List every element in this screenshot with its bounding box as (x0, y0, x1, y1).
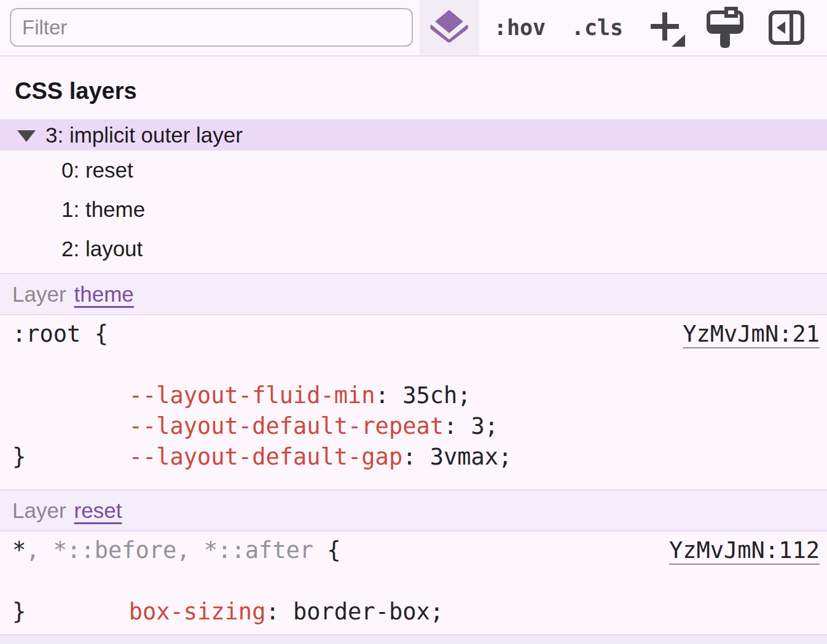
layer-theme-link[interactable]: theme (74, 282, 134, 307)
styles-toolbar: :hov .cls (0, 0, 827, 57)
property-value[interactable]: : border-box; (265, 599, 444, 625)
toggle-sidebar-icon (762, 0, 811, 55)
layer-tree-item-layout[interactable]: 2: layout (0, 229, 827, 269)
declaration-row: --layout-fluid-min: 35ch; (12, 350, 820, 380)
style-rule-universal: *, *::before, *::after { YzMvJmN:112 box… (0, 532, 827, 634)
rule-selector[interactable]: :root { (12, 319, 108, 350)
section-header-layer-reset: Layer reset (0, 489, 827, 532)
source-location-link[interactable]: YzMvJmN:112 (669, 535, 820, 566)
toggle-element-state-button[interactable]: :hov (489, 0, 551, 55)
css-layers-icon (420, 0, 479, 55)
triangle-down-icon[interactable] (17, 130, 36, 142)
section-header-layer-theme: Layer theme (0, 273, 827, 315)
rule-selector[interactable]: *, *::before, *::after { (12, 535, 341, 566)
filter-input[interactable] (10, 8, 413, 47)
property-name[interactable]: --layout-default-repeat (129, 413, 444, 439)
element-classes-button[interactable]: .cls (566, 0, 628, 55)
paint-brush-icon (700, 0, 750, 55)
style-rule-root: :root { YzMvJmN:21 --layout-fluid-min: 3… (0, 315, 827, 485)
css-layers-toggle-button[interactable] (420, 0, 479, 55)
next-section-header-partial (0, 634, 827, 644)
property-value[interactable]: : 35ch; (375, 382, 471, 409)
layer-tree-item-label: 3: implicit outer layer (45, 123, 243, 147)
new-style-rule-button[interactable] (643, 0, 692, 55)
property-value[interactable]: : 3vmax; (402, 444, 512, 470)
layer-tree-item-theme[interactable]: 1: theme (0, 190, 827, 229)
selector-line: :root { YzMvJmN:21 (12, 319, 820, 350)
layer-tree-item-implicit-outer-layer[interactable]: 3: implicit outer layer (0, 119, 827, 151)
plus-with-caret-icon (643, 0, 692, 55)
css-layers-pane: CSS layers 3: implicit outer layer 0: re… (0, 77, 827, 644)
section-header-prefix: Layer (12, 282, 66, 307)
property-name[interactable]: box-sizing (129, 599, 266, 625)
layer-tree-item-reset[interactable]: 0: reset (0, 151, 827, 190)
property-name[interactable]: --layout-default-gap (129, 444, 403, 470)
rendering-emulations-button[interactable] (700, 0, 750, 55)
source-location-link[interactable]: YzMvJmN:21 (683, 319, 820, 350)
layer-reset-link[interactable]: reset (74, 498, 122, 523)
pane-title: CSS layers (15, 77, 827, 104)
property-value[interactable]: : 3; (444, 413, 498, 439)
selector-line: *, *::before, *::after { YzMvJmN:112 (12, 535, 820, 566)
section-header-prefix: Layer (12, 498, 66, 523)
declaration-row: box-sizing: border-box; (12, 566, 820, 597)
property-name[interactable]: --layout-fluid-min (129, 382, 375, 409)
layer-tree: 3: implicit outer layer 0: reset 1: them… (0, 119, 827, 269)
toggle-sidebar-button[interactable] (762, 0, 811, 55)
